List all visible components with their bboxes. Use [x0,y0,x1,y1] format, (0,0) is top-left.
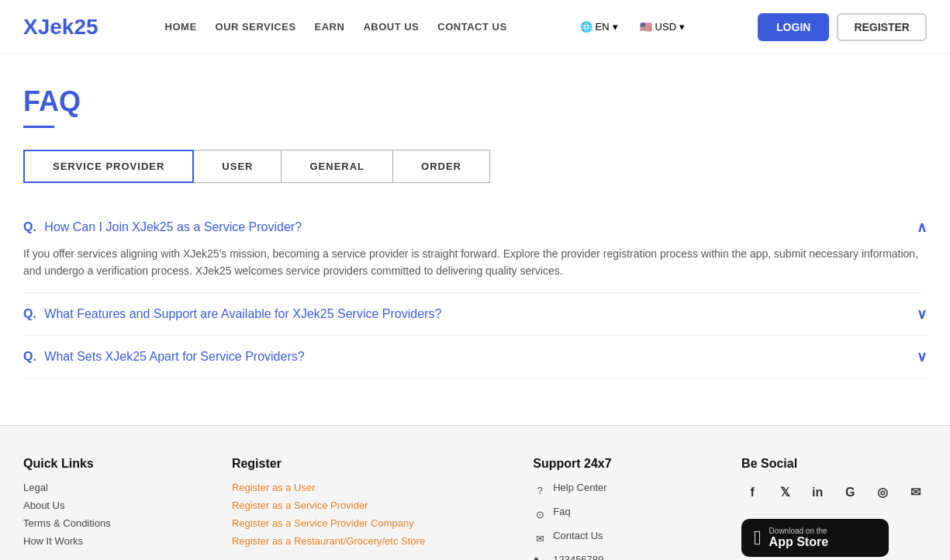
tab-user[interactable]: USER [194,150,282,183]
faq-item-2: Q. What Features and Support are Availab… [23,293,927,336]
currency-chevron-icon: ▾ [679,21,685,33]
contact-icon: ✉ [533,531,547,545]
footer-social: Be Social f 𝕏 in G ◎ ✉  Download on the… [741,457,927,560]
support-contact-link[interactable]: Contact Us [553,530,603,541]
support-faq-link[interactable]: Faq [553,506,570,517]
twitter-icon[interactable]: 𝕏 [774,482,796,503]
footer-link-terms[interactable]: Terms & Conditions [23,517,209,529]
instagram-icon[interactable]: ◎ [872,482,893,503]
q-label-3: Q. [23,350,36,363]
apple-icon:  [754,527,762,548]
support-phone-number: 123456789 [553,554,603,560]
main-content: FAQ SERVICE PROVIDER USER GENERAL ORDER … [0,54,950,425]
lang-flag: 🌐 [580,21,592,33]
app-store-text: Download on the App Store [769,527,828,549]
nav-contact[interactable]: CONTACT US [437,21,506,33]
social-icons-row: f 𝕏 in G ◎ ✉ [741,482,927,503]
faq-chevron-up-icon-1: ∧ [917,219,927,236]
footer-grid: Quick Links Legal About Us Terms & Condi… [23,457,927,560]
lang-chevron-icon: ▾ [613,21,618,33]
faq-icon: ⊙ [533,507,547,521]
app-store-button[interactable]:  Download on the App Store [741,519,889,557]
faq-chevron-down-icon-3: ∨ [917,348,927,365]
google-icon[interactable]: G [839,482,861,503]
faq-question-2: Q. What Features and Support are Availab… [23,307,441,321]
footer-quick-links: Quick Links Legal About Us Terms & Condi… [23,457,209,560]
footer-link-about[interactable]: About Us [23,500,209,511]
faq-question-3: Q. What Sets XJek25 Apart for Service Pr… [23,350,305,364]
nav-about[interactable]: ABOUT US [363,21,419,33]
faq-question-row-3[interactable]: Q. What Sets XJek25 Apart for Service Pr… [23,348,927,365]
app-store-small-text: Download on the [769,527,828,535]
support-phone: 📞 123456789 [533,554,718,560]
tab-order[interactable]: ORDER [393,150,490,183]
support-help-link[interactable]: Help Center [553,482,606,493]
phone-icon: 📞 [533,555,547,560]
faq-title-divider [23,126,54,128]
main-nav: HOME OUR SERVICES EARN ABOUT US CONTACT … [165,21,507,33]
faq-chevron-down-icon-2: ∨ [917,306,927,323]
login-button[interactable]: LOGIN [758,13,829,41]
faq-question-text-3: What Sets XJek25 Apart for Service Provi… [44,350,304,363]
q-label-1: Q. [23,220,36,233]
tab-general[interactable]: GENERAL [282,150,393,183]
facebook-icon[interactable]: f [741,482,763,503]
currency-flag: 🇺🇸 [640,21,652,33]
footer-link-how[interactable]: How It Works [23,535,209,547]
faq-item-1: Q. How Can I Join XJek25 as a Service Pr… [23,206,927,293]
lang-currency-selector: 🌐 EN ▾ 🇺🇸 USD ▾ [574,18,692,36]
header-actions: LOGIN REGISTER [758,13,927,41]
q-label-2: Q. [23,307,36,320]
linkedin-icon[interactable]: in [807,482,828,503]
app-store-large-text: App Store [769,535,828,549]
nav-home[interactable]: HOME [165,21,197,33]
faq-tabs: SERVICE PROVIDER USER GENERAL ORDER [23,150,927,183]
footer-register-provider[interactable]: Register as a Service Provider [232,500,510,511]
help-icon: ? [533,483,547,497]
nav-earn[interactable]: EARN [315,21,345,33]
logo[interactable]: XJek25 [23,15,98,40]
faq-list: Q. How Can I Join XJek25 as a Service Pr… [23,206,927,379]
footer: Quick Links Legal About Us Terms & Condi… [0,425,950,560]
footer-register-restaurant[interactable]: Register as a Restaurant/Grocery/etc Sto… [232,535,510,547]
footer-register-company[interactable]: Register as a Service Provider Company [232,517,510,529]
faq-question-row-1[interactable]: Q. How Can I Join XJek25 as a Service Pr… [23,219,927,236]
faq-item-3: Q. What Sets XJek25 Apart for Service Pr… [23,336,927,379]
social-heading: Be Social [741,457,927,471]
logo-accent: 25 [74,15,98,39]
header: XJek25 HOME OUR SERVICES EARN ABOUT US C… [0,0,950,54]
register-heading: Register [232,457,510,471]
support-heading: Support 24x7 [533,457,718,471]
language-button[interactable]: 🌐 EN ▾ [574,18,624,36]
lang-label: EN [596,21,610,33]
support-contact: ✉ Contact Us [533,530,718,548]
logo-text: XJek [23,15,74,39]
currency-label: USD [655,21,676,33]
footer-link-legal[interactable]: Legal [23,482,209,493]
currency-button[interactable]: 🇺🇸 USD ▾ [634,18,691,36]
faq-title: FAQ [23,85,927,118]
faq-question-row-2[interactable]: Q. What Features and Support are Availab… [23,306,927,323]
register-button[interactable]: REGISTER [837,13,927,41]
support-help: ? Help Center [533,482,718,500]
faq-question-1: Q. How Can I Join XJek25 as a Service Pr… [23,220,302,234]
quick-links-heading: Quick Links [23,457,209,471]
support-faq: ⊙ Faq [533,506,718,524]
faq-question-text-1: How Can I Join XJek25 as a Service Provi… [44,220,302,233]
email-icon[interactable]: ✉ [904,482,926,503]
footer-support: Support 24x7 ? Help Center ⊙ Faq ✉ Conta… [533,457,718,560]
footer-register: Register Register as a User Register as … [232,457,510,560]
faq-question-text-2: What Features and Support are Available … [44,307,441,320]
faq-answer-1: If you offer services aligning with XJek… [23,245,927,280]
tab-service-provider[interactable]: SERVICE PROVIDER [23,150,194,183]
nav-services[interactable]: OUR SERVICES [216,21,296,33]
footer-register-user[interactable]: Register as a User [232,482,510,493]
